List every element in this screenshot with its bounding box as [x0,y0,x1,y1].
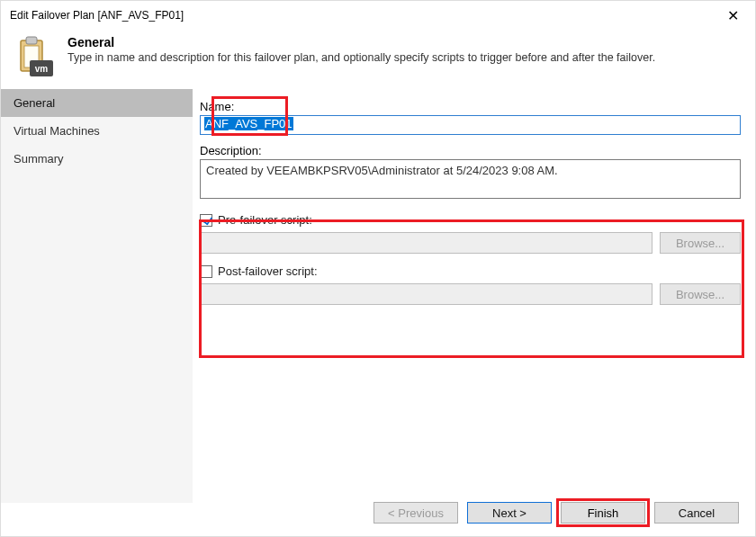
finish-button[interactable]: Finish [561,502,645,524]
post-failover-label: Post-failover script: [218,264,318,278]
description-value: Created by VEEAMBKPSRV05\Administrator a… [206,164,558,177]
pre-failover-browse-button: Browse... [660,232,741,254]
name-value-selected: ANF_AVS_FP01 [204,117,293,130]
sidebar-item-label: Summary [14,152,64,166]
window-titlebar: Edit Failover Plan [ANF_AVS_FP01] ✕ [1,1,755,30]
sidebar-item-general[interactable]: General [1,89,193,117]
sidebar-item-label: General [14,96,55,110]
wizard-footer: < Previous Next > Finish Cancel [1,489,755,536]
pre-failover-checkbox[interactable] [200,214,212,227]
name-label: Name: [200,100,741,113]
wizard-header: vm General Type in name and description … [1,30,755,89]
page-subheading: Type in name and description for this fa… [68,51,655,64]
cancel-button[interactable]: Cancel [654,502,739,524]
pre-failover-script-path [200,232,652,254]
next-button[interactable]: Next > [467,502,552,524]
close-icon[interactable]: ✕ [719,7,746,24]
page-heading: General [68,35,655,49]
description-textarea[interactable]: Created by VEEAMBKPSRV05\Administrator a… [200,159,741,199]
name-input[interactable]: ANF_AVS_FP01 [200,115,741,135]
previous-button: < Previous [374,502,458,524]
sidebar-item-virtual-machines[interactable]: Virtual Machines [1,117,193,145]
post-failover-browse-button: Browse... [660,283,741,305]
post-failover-script-path [200,283,652,305]
sidebar-item-summary[interactable]: Summary [1,145,193,173]
form-panel: Name: ANF_AVS_FP01 Description: Created … [193,89,755,503]
svg-rect-1 [26,37,37,44]
wizard-body: General Virtual Machines Summary Name: A… [1,89,755,503]
sidebar-item-label: Virtual Machines [14,124,100,138]
description-label: Description: [200,144,741,157]
pre-failover-label: Pre-failover script: [218,213,312,227]
wizard-steps-sidebar: General Virtual Machines Summary [1,89,193,503]
post-failover-checkbox[interactable] [200,265,212,278]
window-title: Edit Failover Plan [ANF_AVS_FP01] [10,9,719,22]
clipboard-vm-icon: vm [12,35,55,78]
svg-text:vm: vm [35,64,49,74]
